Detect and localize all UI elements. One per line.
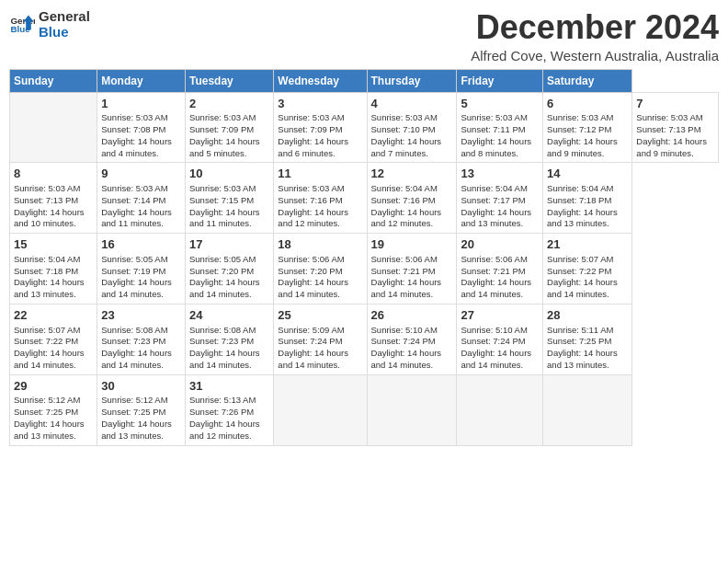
- daylight-text: Daylight: 14 hours and 13 minutes.: [101, 419, 172, 441]
- sunrise-text: Sunrise: 5:03 AM: [189, 112, 256, 122]
- sunrise-text: Sunrise: 5:03 AM: [101, 183, 167, 193]
- sunset-text: Sunset: 7:11 PM: [461, 124, 525, 134]
- day-number: 28: [547, 307, 628, 324]
- day-number: 30: [101, 378, 181, 395]
- sunset-text: Sunset: 7:24 PM: [461, 336, 525, 346]
- calendar-week-row: 15Sunrise: 5:04 AMSunset: 7:18 PMDayligh…: [10, 234, 719, 304]
- sunrise-text: Sunrise: 5:04 AM: [371, 183, 438, 193]
- month-title: December 2024: [471, 9, 719, 46]
- calendar-cell: [274, 374, 367, 445]
- sunrise-text: Sunrise: 5:07 AM: [547, 254, 613, 264]
- day-number: 16: [101, 236, 181, 253]
- sunrise-text: Sunrise: 5:11 AM: [547, 325, 613, 335]
- title-block: December 2024 Alfred Cove, Western Austr…: [471, 9, 719, 63]
- logo-icon: General Blue: [9, 12, 35, 38]
- daylight-text: Daylight: 14 hours and 14 minutes.: [371, 348, 442, 370]
- daylight-text: Daylight: 14 hours and 14 minutes.: [278, 277, 348, 299]
- sunrise-text: Sunrise: 5:06 AM: [278, 254, 344, 264]
- sunset-text: Sunset: 7:25 PM: [101, 407, 165, 417]
- daylight-text: Daylight: 14 hours and 5 minutes.: [189, 136, 260, 158]
- day-number: 7: [636, 96, 714, 112]
- daylight-text: Daylight: 14 hours and 14 minutes.: [101, 348, 172, 370]
- day-number: 6: [547, 96, 628, 112]
- sunset-text: Sunset: 7:17 PM: [461, 195, 525, 205]
- daylight-text: Daylight: 14 hours and 14 minutes.: [189, 277, 260, 299]
- calendar-week-row: 1Sunrise: 5:03 AMSunset: 7:08 PMDaylight…: [10, 92, 719, 163]
- daylight-text: Daylight: 14 hours and 13 minutes.: [547, 348, 618, 370]
- sunset-text: Sunset: 7:13 PM: [636, 124, 700, 134]
- calendar-cell: 12Sunrise: 5:04 AMSunset: 7:16 PMDayligh…: [367, 163, 457, 234]
- sunset-text: Sunset: 7:21 PM: [461, 266, 525, 276]
- sunset-text: Sunset: 7:13 PM: [14, 195, 78, 205]
- sunrise-text: Sunrise: 5:05 AM: [189, 254, 256, 264]
- sunset-text: Sunset: 7:21 PM: [371, 266, 436, 276]
- sunset-text: Sunset: 7:22 PM: [547, 266, 611, 276]
- day-number: 22: [14, 307, 93, 324]
- sunrise-text: Sunrise: 5:08 AM: [101, 325, 167, 335]
- sunset-text: Sunset: 7:20 PM: [189, 266, 254, 276]
- calendar-cell: 4Sunrise: 5:03 AMSunset: 7:10 PMDaylight…: [367, 92, 457, 163]
- day-number: 18: [278, 236, 362, 253]
- sunrise-text: Sunrise: 5:04 AM: [547, 183, 613, 193]
- daylight-text: Daylight: 14 hours and 14 minutes.: [371, 277, 442, 299]
- day-number: 4: [371, 96, 453, 112]
- daylight-text: Daylight: 14 hours and 12 minutes.: [278, 207, 348, 229]
- sunrise-text: Sunrise: 5:04 AM: [461, 183, 527, 193]
- sunrise-text: Sunrise: 5:06 AM: [461, 254, 527, 264]
- day-number: 10: [189, 166, 269, 182]
- calendar-cell: [457, 374, 543, 445]
- calendar-cell: 1Sunrise: 5:03 AMSunset: 7:08 PMDaylight…: [97, 92, 186, 163]
- calendar-cell: 25Sunrise: 5:09 AMSunset: 7:24 PMDayligh…: [274, 304, 367, 374]
- daylight-text: Daylight: 14 hours and 7 minutes.: [371, 136, 442, 158]
- calendar-header-row: SundayMondayTuesdayWednesdayThursdayFrid…: [10, 69, 719, 92]
- sunrise-text: Sunrise: 5:03 AM: [14, 183, 80, 193]
- day-number: 8: [14, 166, 93, 182]
- day-number: 25: [278, 307, 362, 324]
- daylight-text: Daylight: 14 hours and 12 minutes.: [371, 207, 442, 229]
- daylight-text: Daylight: 14 hours and 14 minutes.: [461, 277, 531, 299]
- sunrise-text: Sunrise: 5:12 AM: [101, 395, 167, 405]
- calendar-cell: 3Sunrise: 5:03 AMSunset: 7:09 PMDaylight…: [274, 92, 367, 163]
- daylight-text: Daylight: 14 hours and 12 minutes.: [189, 419, 260, 441]
- sunset-text: Sunset: 7:18 PM: [14, 266, 78, 276]
- calendar-cell: 2Sunrise: 5:03 AMSunset: 7:09 PMDaylight…: [185, 92, 273, 163]
- daylight-text: Daylight: 14 hours and 14 minutes.: [189, 348, 260, 370]
- sunset-text: Sunset: 7:15 PM: [189, 195, 254, 205]
- day-number: 5: [461, 96, 539, 112]
- sunrise-text: Sunrise: 5:10 AM: [371, 325, 438, 335]
- sunrise-text: Sunrise: 5:07 AM: [14, 325, 80, 335]
- day-number: 29: [14, 378, 93, 395]
- day-number: 31: [189, 378, 269, 395]
- calendar: SundayMondayTuesdayWednesdayThursdayFrid…: [9, 69, 719, 446]
- sunset-text: Sunset: 7:23 PM: [189, 336, 254, 346]
- calendar-cell: 29Sunrise: 5:12 AMSunset: 7:25 PMDayligh…: [10, 374, 97, 445]
- daylight-text: Daylight: 14 hours and 8 minutes.: [461, 136, 531, 158]
- day-number: 23: [101, 307, 181, 324]
- day-number: 12: [371, 166, 453, 182]
- calendar-cell: 24Sunrise: 5:08 AMSunset: 7:23 PMDayligh…: [185, 304, 273, 374]
- calendar-cell: [543, 374, 632, 445]
- logo-text-general: General: [39, 9, 90, 25]
- sunset-text: Sunset: 7:26 PM: [189, 407, 254, 417]
- calendar-cell: 30Sunrise: 5:12 AMSunset: 7:25 PMDayligh…: [97, 374, 186, 445]
- sunset-text: Sunset: 7:14 PM: [101, 195, 165, 205]
- daylight-text: Daylight: 14 hours and 11 minutes.: [101, 207, 172, 229]
- sunset-text: Sunset: 7:19 PM: [101, 266, 165, 276]
- calendar-cell: 17Sunrise: 5:05 AMSunset: 7:20 PMDayligh…: [185, 234, 273, 304]
- sunset-text: Sunset: 7:23 PM: [101, 336, 165, 346]
- sunrise-text: Sunrise: 5:03 AM: [189, 183, 256, 193]
- daylight-text: Daylight: 14 hours and 13 minutes.: [547, 207, 618, 229]
- calendar-cell: 16Sunrise: 5:05 AMSunset: 7:19 PMDayligh…: [97, 234, 186, 304]
- sunrise-text: Sunrise: 5:03 AM: [101, 112, 167, 122]
- sunset-text: Sunset: 7:08 PM: [101, 124, 165, 134]
- calendar-cell: 22Sunrise: 5:07 AMSunset: 7:22 PMDayligh…: [10, 304, 97, 374]
- header: General Blue General Blue December 2024 …: [9, 9, 719, 63]
- sunset-text: Sunset: 7:16 PM: [371, 195, 436, 205]
- calendar-cell: 6Sunrise: 5:03 AMSunset: 7:12 PMDaylight…: [543, 92, 632, 163]
- day-number: 24: [189, 307, 269, 324]
- sunrise-text: Sunrise: 5:05 AM: [101, 254, 167, 264]
- calendar-cell: 15Sunrise: 5:04 AMSunset: 7:18 PMDayligh…: [10, 234, 97, 304]
- sunset-text: Sunset: 7:20 PM: [278, 266, 342, 276]
- sunrise-text: Sunrise: 5:06 AM: [371, 254, 438, 264]
- sunset-text: Sunset: 7:09 PM: [278, 124, 342, 134]
